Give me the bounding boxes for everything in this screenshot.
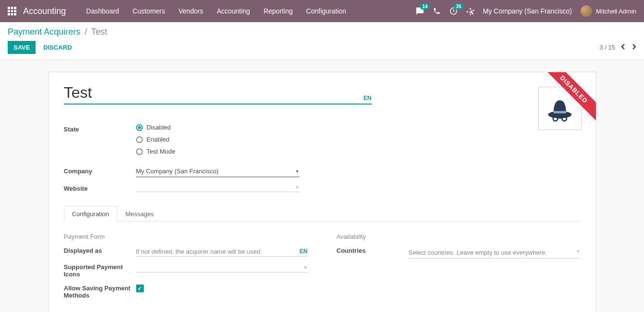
nav-customers[interactable]: Customers	[126, 0, 172, 22]
radio-checked-icon	[136, 124, 143, 131]
pager-text: 3 / 15	[599, 44, 615, 51]
user-name: Mitchell Admin	[596, 8, 636, 15]
label-supported-icons: Supported Payment Icons	[64, 263, 136, 278]
radio-icon	[136, 148, 143, 155]
company-select[interactable]: My Company (San Francisco) ▼	[136, 166, 300, 177]
caret-down-icon: ▼	[576, 249, 581, 256]
pager: 3 / 15	[599, 43, 636, 52]
main-nav: Dashboard Customers Vendors Accounting R…	[79, 0, 353, 22]
caret-down-icon: ▼	[303, 265, 308, 270]
radio-icon	[136, 136, 143, 143]
apps-icon[interactable]	[8, 7, 16, 15]
nav-vendors[interactable]: Vendors	[172, 0, 210, 22]
acquirer-name-input[interactable]	[64, 84, 360, 102]
chat-icon[interactable]: 14	[416, 7, 424, 15]
chat-badge: 14	[420, 3, 430, 10]
nav-reporting[interactable]: Reporting	[257, 0, 300, 22]
breadcrumb-current: Test	[91, 27, 107, 37]
svg-rect-2	[553, 111, 566, 114]
tab-configuration[interactable]: Configuration	[64, 206, 117, 221]
user-menu[interactable]: Mitchell Admin	[581, 5, 636, 17]
breadcrumb-parent[interactable]: Payment Acquirers	[8, 27, 80, 37]
caret-down-icon: ▼	[295, 185, 300, 190]
hat-icon	[545, 94, 574, 123]
caret-down-icon: ▼	[295, 169, 300, 174]
tools-icon[interactable]	[467, 7, 474, 15]
allow-saving-checkbox[interactable]: ✓	[136, 285, 144, 292]
save-button[interactable]: SAVE	[8, 41, 36, 54]
pager-next-icon[interactable]	[631, 43, 636, 52]
breadcrumb: Payment Acquirers / Test	[8, 27, 636, 37]
section-availability: Availability	[337, 233, 581, 240]
control-panel: Payment Acquirers / Test SAVE DISCARD 3 …	[0, 22, 644, 60]
avatar	[581, 5, 592, 17]
nav-accounting[interactable]: Accounting	[210, 0, 257, 22]
sheet-background: DISABLED EN State	[0, 60, 644, 312]
label-website: Website	[64, 183, 136, 192]
tabs: Configuration Messages	[64, 206, 581, 221]
nav-configuration[interactable]: Configuration	[300, 0, 353, 22]
company-selector[interactable]: My Company (San Francisco)	[483, 7, 572, 15]
state-enabled-radio[interactable]: Enabled	[136, 136, 401, 143]
pager-prev-icon[interactable]	[621, 43, 626, 52]
countries-select[interactable]: Select countries. Leave empty to use eve…	[409, 247, 581, 259]
label-allow-saving: Allow Saving Payment Methods	[64, 285, 136, 299]
form-sheet: DISABLED EN State	[48, 72, 596, 312]
clock-icon[interactable]: 35	[449, 7, 458, 15]
supported-icons-select[interactable]: ▼	[136, 263, 308, 273]
state-test-mode-radio[interactable]: Test Mode	[136, 148, 401, 155]
label-state: State	[64, 124, 136, 133]
displayed-as-input[interactable]	[136, 248, 296, 255]
label-displayed-as: Displayed as	[64, 247, 136, 254]
svg-point-3	[553, 117, 557, 121]
brand[interactable]: Accounting	[23, 6, 66, 16]
lang-badge[interactable]: EN	[300, 248, 308, 255]
phone-icon[interactable]	[433, 7, 441, 15]
website-select[interactable]: ▼	[136, 183, 300, 192]
label-company: Company	[64, 166, 136, 175]
nav-dashboard[interactable]: Dashboard	[79, 0, 126, 22]
tab-content: Payment Form Displayed as EN Supported P…	[64, 221, 581, 312]
lang-badge[interactable]: EN	[364, 95, 372, 102]
tab-messages[interactable]: Messages	[117, 206, 162, 221]
state-disabled-radio[interactable]: Disabled	[136, 124, 401, 131]
section-payment-form: Payment Form	[64, 233, 308, 240]
svg-point-4	[562, 117, 566, 121]
label-countries: Countries	[337, 247, 409, 254]
clock-badge: 35	[454, 3, 464, 10]
discard-button[interactable]: DISCARD	[38, 41, 77, 54]
topbar: Accounting Dashboard Customers Vendors A…	[0, 0, 644, 22]
topbar-right: 14 35 My Company (San Francisco) Mitchel…	[416, 5, 636, 17]
